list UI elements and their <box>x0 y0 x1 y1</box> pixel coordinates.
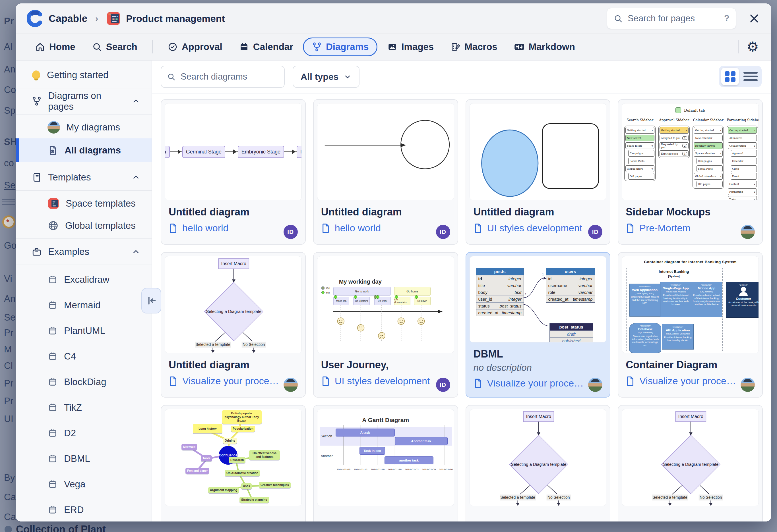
person-icon <box>741 287 746 292</box>
card-page-link[interactable]: Pre-Mortem <box>626 223 755 234</box>
mockup-item: Space calendars∨ <box>694 150 723 157</box>
sidebar-item-example[interactable]: BlockDiag <box>16 369 151 395</box>
diagram-search-input[interactable] <box>180 71 279 82</box>
tab-images[interactable]: Images <box>380 37 441 56</box>
sidebar-section-examples[interactable]: Examples <box>16 241 151 263</box>
card-page-link[interactable]: hello world <box>169 223 298 234</box>
mindmap-node: Creative techniques <box>259 482 291 488</box>
journey-score-dot <box>376 295 379 299</box>
sidebar-item-example[interactable]: DBML <box>16 446 151 472</box>
diagrams-modal: Capable › Product management ? <box>16 3 771 522</box>
diagram-card[interactable]: British popular psychology author Tony B… <box>161 405 306 522</box>
diagram-search[interactable] <box>161 65 285 88</box>
sidebar-section-diagrams-on-pages[interactable]: Diagrams on pages <box>16 90 151 112</box>
home-icon <box>35 42 45 52</box>
sidebar-item-example[interactable]: TikZ <box>16 395 151 420</box>
globe-icon <box>47 220 59 231</box>
page-search-input[interactable] <box>627 13 719 24</box>
diagram-card[interactable]: Untitled diagram hello world ID <box>313 99 458 245</box>
tab-home[interactable]: Home <box>28 37 82 56</box>
card-page-link[interactable]: Visualize your processes... <box>473 378 603 389</box>
diagram-card[interactable]: Untitled diagram UI styles development I… <box>466 99 610 245</box>
card-footer <box>314 510 458 522</box>
sidebar-item-example[interactable]: PlantUML <box>16 318 151 344</box>
modal-nav: Home Search Approval Calendar Diagrams I… <box>16 34 771 60</box>
sidebar-item-example[interactable]: D2 <box>16 420 151 446</box>
bg-compass-icon <box>2 216 15 229</box>
bg-item: An <box>4 64 15 75</box>
list-view-button[interactable] <box>744 72 758 81</box>
breadcrumb-space[interactable]: Product management <box>126 13 225 24</box>
card-page-link[interactable]: hello world <box>321 223 450 234</box>
svg-text:Selected a template: Selected a template <box>195 342 230 347</box>
sidebar-item-all-diagrams[interactable]: All diagrams <box>16 138 151 162</box>
page-icon <box>321 223 330 233</box>
journey-score-dot <box>395 295 398 299</box>
page-icon <box>473 223 483 233</box>
sidebar-item-example[interactable]: Excalidraw <box>16 267 151 292</box>
page-search[interactable]: ? <box>607 8 736 29</box>
mindmap-node: Strategic planning <box>239 497 269 503</box>
id-badge: ID <box>284 225 298 239</box>
card-page-link[interactable]: Visualize your processes... <box>169 375 298 387</box>
mockup-item: Global filters∨ <box>626 165 654 172</box>
sidebar-item-my-diagrams[interactable]: My diagrams <box>16 116 151 138</box>
tab-approval[interactable]: Approval <box>161 37 229 56</box>
sidebar-item-example[interactable]: C4 <box>16 344 151 369</box>
grid-view-button[interactable] <box>721 68 739 85</box>
example-card-icon <box>47 377 58 387</box>
sidebar-item-getting-started[interactable]: Getting started <box>16 64 151 86</box>
tab-diagrams[interactable]: Diagrams <box>303 37 377 56</box>
type-filter-select[interactable]: All types <box>293 65 359 88</box>
search-icon <box>92 42 102 52</box>
tab-search[interactable]: Search <box>85 37 144 56</box>
person-customer: «person» CustomerA customer of the bank,… <box>726 282 759 318</box>
mockup-legend: Default tab <box>675 107 705 113</box>
examples-box-icon <box>31 247 42 257</box>
page-icon <box>169 223 178 233</box>
sidebar-item-example[interactable]: ERD <box>16 497 151 522</box>
avatar <box>47 121 60 134</box>
dbml-relations: * 1 <box>470 256 606 341</box>
mockup-item: Event <box>731 173 757 179</box>
diagram-card[interactable]: Insert Macro Selecting a Diagram templat… <box>466 405 610 522</box>
card-page-link[interactable]: UI styles development <box>473 223 603 234</box>
sketch-arrow-circle <box>317 104 454 199</box>
chevron-down-icon <box>344 73 351 81</box>
flowchart-diagram: Insert Macro Selecting a Diagram templat… <box>470 409 606 506</box>
close-icon[interactable] <box>749 13 760 24</box>
bg-item: co <box>4 158 14 168</box>
markdown-icon <box>514 42 525 52</box>
diagram-card[interactable]: My working day Cat Me Go to work Go home… <box>313 252 458 398</box>
diagram-card[interactable]: Container diagram for Internet Banking S… <box>618 252 763 398</box>
mockup-item: Recently viewed <box>694 142 723 149</box>
relation-many: * <box>525 292 526 297</box>
tab-macros[interactable]: Macros <box>443 37 504 56</box>
diagram-card[interactable]: Insert Macro Selecting a Diagram templat… <box>161 252 306 398</box>
sidebar-item-example[interactable]: Mermaid <box>16 292 151 318</box>
page-icon <box>626 223 635 233</box>
diagram-card[interactable]: Fertilization Germinal Stage Embryonic S… <box>161 99 306 245</box>
diagram-thumbnail: Insert Macro Selecting a Diagram templat… <box>622 409 759 506</box>
sidebar-item-global-templates[interactable]: Global templates <box>16 215 151 237</box>
diagram-card[interactable]: Insert Macro Selecting a Diagram templat… <box>618 405 763 522</box>
gear-icon[interactable]: ⚙ <box>747 40 759 54</box>
tab-markdown[interactable]: Markdown <box>507 37 582 56</box>
divider <box>16 239 151 239</box>
sidebar-collapse-button[interactable] <box>141 288 161 313</box>
diagram-card-selected[interactable]: * 1 posts idintegertitlevarcharbodytextu… <box>466 252 610 398</box>
sidebar-item-space-templates[interactable]: Space templates <box>16 192 151 215</box>
diagram-card[interactable]: A Gantt Diagram A task Another task <box>313 405 458 522</box>
journey-score-dot <box>415 295 418 299</box>
diagram-card[interactable]: Default tab Search Sidebar Getting start… <box>618 99 763 245</box>
bg-item: SH <box>4 136 17 147</box>
tab-calendar[interactable]: Calendar <box>232 37 300 56</box>
breadcrumb-app[interactable]: Capable <box>48 13 87 24</box>
bg-item: An <box>4 293 15 304</box>
mockup-item: Tools∨ <box>728 196 757 201</box>
sidebar-item-example[interactable]: Vega <box>16 472 151 497</box>
card-page-link[interactable]: Visualize your processes... <box>626 375 755 387</box>
sidebar-section-templates[interactable]: Templates <box>16 166 151 188</box>
mockup-item: Getting startedx <box>660 127 688 134</box>
card-page-link[interactable]: UI styles development <box>321 375 450 387</box>
